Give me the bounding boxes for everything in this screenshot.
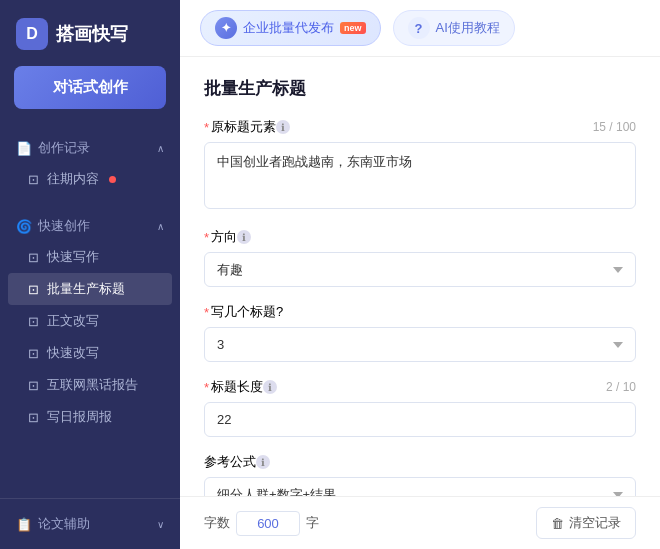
sidebar-item-dailyreport[interactable]: ⊡ 写日报周报 xyxy=(0,401,180,433)
form-area: 批量生产标题 * 原标题元素 ℹ 15 / 100 * 方向 ℹ 有趣 xyxy=(180,57,660,496)
thesis-icon: 📋 xyxy=(16,517,32,532)
form-title: 批量生产标题 xyxy=(204,77,636,100)
section-history-header[interactable]: 📄 创作记录 ∧ xyxy=(0,133,180,163)
topbar: ✦ 企业批量代发布 new ? AI使用教程 xyxy=(180,0,660,57)
direction-label-row: * 方向 ℹ xyxy=(204,228,636,246)
formula-info-icon[interactable]: ℹ xyxy=(256,455,270,469)
clear-icon: 🗑 xyxy=(551,516,564,531)
count-label-row: * 写几个标题? xyxy=(204,303,636,321)
sidebar: D 搭画快写 对话式创作 📄 创作记录 ∧ ⊡ 往期内容 🌀 快速创作 ∧ xyxy=(0,0,180,549)
formula-label-row: 参考公式 ℹ xyxy=(204,453,636,471)
dailyreport-icon: ⊡ xyxy=(28,410,39,425)
batch-publish-label: 企业批量代发布 xyxy=(243,19,334,37)
word-count-unit: 字 xyxy=(306,514,319,532)
source-element-label-row: * 原标题元素 ℹ 15 / 100 xyxy=(204,118,636,136)
clear-button[interactable]: 🗑 清空记录 xyxy=(536,507,636,539)
red-badge xyxy=(109,176,116,183)
source-element-group: * 原标题元素 ℹ 15 / 100 xyxy=(204,118,636,212)
quickwrite-label: 快速写作 xyxy=(47,248,99,266)
word-count-label: 字数 xyxy=(204,514,230,532)
length-char-count: 2 / 10 xyxy=(606,380,636,394)
logo-icon: D xyxy=(16,18,48,50)
buzzreport-icon: ⊡ xyxy=(28,378,39,393)
source-element-info-icon[interactable]: ℹ xyxy=(276,120,290,134)
direction-info-icon[interactable]: ℹ xyxy=(237,230,251,244)
length-input[interactable] xyxy=(204,402,636,437)
ai-tutorial-label: AI使用教程 xyxy=(436,19,500,37)
sidebar-item-quickrewrite[interactable]: ⊡ 快速改写 xyxy=(0,337,180,369)
sidebar-item-quickwrite[interactable]: ⊡ 快速写作 xyxy=(0,241,180,273)
count-label: 写几个标题? xyxy=(211,303,283,321)
thesis-chevron: ∨ xyxy=(157,519,164,530)
section-history: 📄 创作记录 ∧ ⊡ 往期内容 xyxy=(0,125,180,203)
section-thesis-header[interactable]: 📋 论文辅助 ∨ xyxy=(0,509,180,539)
history-item-icon: ⊡ xyxy=(28,172,39,187)
quickcreate-icon: 🌀 xyxy=(16,219,32,234)
direction-group: * 方向 ℹ 有趣 xyxy=(204,228,636,287)
rewrite-label: 正文改写 xyxy=(47,312,99,330)
quickrewrite-label: 快速改写 xyxy=(47,344,99,362)
count-select[interactable]: 3 xyxy=(204,327,636,362)
new-badge: new xyxy=(340,22,366,34)
source-element-textarea[interactable] xyxy=(204,142,636,209)
rewrite-icon: ⊡ xyxy=(28,314,39,329)
required-star-4: * xyxy=(204,380,209,395)
section-quickcreate-label: 快速创作 xyxy=(38,217,90,235)
sidebar-item-history[interactable]: ⊡ 往期内容 xyxy=(0,163,180,195)
history-item-label: 往期内容 xyxy=(47,170,99,188)
required-star-2: * xyxy=(204,230,209,245)
formula-label: 参考公式 xyxy=(204,453,256,471)
length-label: 标题长度 xyxy=(211,378,263,396)
batch-publish-icon: ✦ xyxy=(215,17,237,39)
main-content: ✦ 企业批量代发布 new ? AI使用教程 批量生产标题 * 原标题元素 ℹ … xyxy=(180,0,660,549)
cta-button[interactable]: 对话式创作 xyxy=(14,66,166,109)
word-count-input[interactable] xyxy=(236,511,300,536)
length-group: * 标题长度 ℹ 2 / 10 xyxy=(204,378,636,437)
direction-label: 方向 xyxy=(211,228,237,246)
quickrewrite-icon: ⊡ xyxy=(28,346,39,361)
history-icon: 📄 xyxy=(16,141,32,156)
required-star-1: * xyxy=(204,120,209,135)
section-quickcreate-header[interactable]: 🌀 快速创作 ∧ xyxy=(0,211,180,241)
direction-select[interactable]: 有趣 xyxy=(204,252,636,287)
app-logo: D 搭画快写 xyxy=(0,0,180,66)
history-chevron: ∧ xyxy=(157,143,164,154)
sidebar-item-batch-title[interactable]: ⊡ 批量生产标题 xyxy=(8,273,172,305)
ai-tutorial-button[interactable]: ? AI使用教程 xyxy=(393,10,515,46)
batch-title-icon: ⊡ xyxy=(28,282,39,297)
buzzreport-label: 互联网黑话报告 xyxy=(47,376,138,394)
footer-bar: 字数 字 🗑 清空记录 xyxy=(180,496,660,549)
source-element-label: 原标题元素 xyxy=(211,118,276,136)
section-thesis-label: 论文辅助 xyxy=(38,515,90,533)
section-quick-create: 🌀 快速创作 ∧ ⊡ 快速写作 ⊡ 批量生产标题 ⊡ 正文改写 ⊡ 快速改写 ⊡… xyxy=(0,203,180,441)
sidebar-item-rewrite[interactable]: ⊡ 正文改写 xyxy=(0,305,180,337)
formula-select[interactable]: 细分人群+数字+结果 xyxy=(204,477,636,496)
app-name: 搭画快写 xyxy=(56,22,128,46)
sidebar-item-buzzreport[interactable]: ⊡ 互联网黑话报告 xyxy=(0,369,180,401)
formula-group: 参考公式 ℹ 细分人群+数字+结果 xyxy=(204,453,636,496)
count-group: * 写几个标题? 3 xyxy=(204,303,636,362)
length-info-icon[interactable]: ℹ xyxy=(263,380,277,394)
sidebar-bottom: 📋 论文辅助 ∨ xyxy=(0,498,180,549)
required-star-3: * xyxy=(204,305,209,320)
question-icon: ? xyxy=(408,17,430,39)
batch-title-label: 批量生产标题 xyxy=(47,280,125,298)
quickwrite-icon: ⊡ xyxy=(28,250,39,265)
length-label-row: * 标题长度 ℹ 2 / 10 xyxy=(204,378,636,396)
batch-publish-button[interactable]: ✦ 企业批量代发布 new xyxy=(200,10,381,46)
section-history-label: 创作记录 xyxy=(38,139,90,157)
dailyreport-label: 写日报周报 xyxy=(47,408,112,426)
source-element-char-count: 15 / 100 xyxy=(593,120,636,134)
quickcreate-chevron: ∧ xyxy=(157,221,164,232)
clear-label: 清空记录 xyxy=(569,514,621,532)
